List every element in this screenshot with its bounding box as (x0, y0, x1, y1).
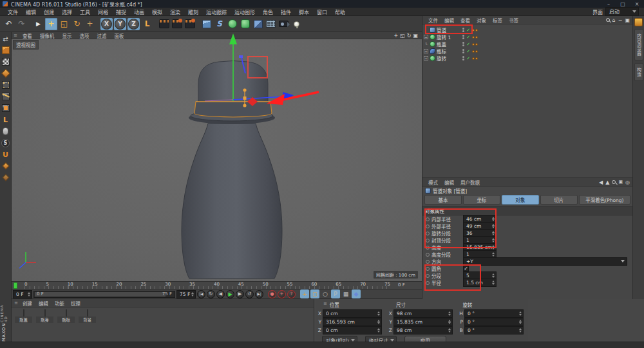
tab-basic[interactable]: 基本 (424, 195, 462, 205)
spline-pen-icon[interactable]: S (213, 18, 225, 30)
timeline-ruler[interactable]: 051015202530354045505560657075 0 F (12, 281, 422, 289)
subdivision-surface-icon[interactable] (226, 18, 238, 30)
rotation-field[interactable]: 0 ° (464, 309, 524, 318)
add-primitive-cube-icon[interactable] (200, 18, 213, 30)
bottle-model[interactable] (12, 32, 422, 281)
workplane-mode-icon[interactable] (1, 68, 11, 78)
object-row-lathe[interactable]: + 旋转 ✓ (422, 55, 632, 62)
object-row-lathe1[interactable]: + 旋转 1 ✓ (422, 33, 632, 41)
modifiers-icon[interactable] (252, 18, 264, 30)
material-grip-icon[interactable]: ≡ (14, 300, 18, 306)
key-circle-icon[interactable] (426, 267, 430, 271)
position-field[interactable]: 316.593 cm (323, 318, 382, 326)
live-selection-icon[interactable]: ▶ (32, 18, 44, 30)
tab-slice[interactable]: 切片 (540, 195, 578, 205)
object-axis-icon[interactable]: L (1, 114, 11, 125)
camera-icon[interactable] (278, 18, 290, 30)
workplane-snap-icon[interactable] (1, 161, 11, 171)
dock-tab-content-browser[interactable]: 内容浏览器 (634, 29, 643, 60)
menu-item[interactable]: 运动图形 (231, 8, 259, 15)
panel-icon[interactable]: ▣ (625, 17, 630, 23)
goto-end-button[interactable]: ▶| (255, 290, 263, 298)
menu-item[interactable]: 窗口 (313, 8, 331, 15)
menu-item[interactable]: 脚本 (295, 8, 313, 15)
key-circle-icon[interactable] (426, 260, 430, 264)
home-icon[interactable]: ⌂ (612, 17, 616, 23)
menu-item[interactable]: 编辑 (22, 8, 40, 15)
object-name[interactable]: 管道 (437, 26, 446, 33)
key-circle-icon[interactable] (426, 281, 430, 285)
object-name[interactable]: 瓶标 (437, 48, 446, 55)
expander-icon[interactable]: + (424, 35, 428, 39)
undo-icon[interactable]: ↶ (3, 18, 15, 30)
attribute-menu-item[interactable]: 模式 (425, 179, 441, 186)
rotation-field[interactable]: 0 ° (464, 326, 524, 334)
menu-item[interactable]: 雕刻 (184, 8, 202, 15)
menu-item[interactable]: 捕捉 (112, 8, 130, 15)
material-menu-item[interactable]: 功能 (52, 300, 68, 307)
rotation-field[interactable]: 0 ° (464, 318, 524, 326)
material-sphere-label[interactable] (66, 309, 67, 316)
size-field[interactable]: 98 cm (393, 326, 453, 334)
menu-item[interactable]: 动画 (130, 8, 148, 15)
texture-mode-icon[interactable] (1, 57, 11, 67)
render-settings-icon[interactable] (184, 18, 196, 30)
lock-icon[interactable]: ▣ (618, 179, 623, 185)
visibility-dots[interactable] (462, 28, 464, 32)
material-label[interactable]: 瓶标 (57, 310, 75, 323)
material-body[interactable]: 瓶身 (36, 310, 53, 323)
menu-item[interactable]: 网格 (94, 8, 112, 15)
tag-dots[interactable] (472, 29, 478, 32)
quantize-icon[interactable] (1, 172, 11, 183)
material-sphere-white[interactable] (44, 309, 46, 316)
object-manager-menu-item[interactable]: 编辑 (441, 17, 457, 24)
render-region-icon[interactable] (171, 18, 183, 30)
collapse-icon[interactable]: − (618, 17, 623, 23)
target-icon[interactable]: ◎ (625, 179, 630, 185)
search-icon[interactable] (612, 180, 616, 184)
menu-item[interactable]: 帮助 (331, 8, 349, 15)
tab-coordinates[interactable]: 坐标 (463, 195, 500, 205)
keyframe-presets-icon[interactable]: ◆ (352, 289, 361, 298)
generators-icon[interactable] (239, 18, 251, 30)
menu-item[interactable]: 选择 (58, 8, 76, 15)
fillet-checkbox[interactable]: ✓ (463, 266, 469, 271)
snap-icon[interactable]: S (1, 138, 11, 148)
axis-x-button[interactable]: X (100, 18, 113, 30)
toggle-rotation-icon[interactable]: ○ (321, 289, 330, 298)
next-frame-button[interactable]: ▶ (236, 290, 244, 298)
object-name[interactable]: 旋转 (437, 55, 446, 62)
enabled-check-icon[interactable]: ✓ (466, 28, 470, 33)
key-circle-icon[interactable] (426, 232, 430, 235)
key-circle-icon[interactable] (426, 253, 430, 257)
perspective-viewport[interactable]: ≡ 查看摄像机显示选项过滤面板 + ◱ ↻ ▣ 透视视图 (12, 32, 422, 281)
scale-tool-icon[interactable]: ◱ (58, 18, 70, 30)
position-field[interactable]: 0 cm (323, 326, 382, 334)
floor-icon[interactable] (265, 18, 277, 30)
menu-item[interactable]: 插件 (277, 8, 295, 15)
layout-select[interactable]: 启动 (605, 7, 639, 16)
tab-object[interactable]: 对象 (502, 195, 539, 205)
search-icon[interactable] (606, 18, 610, 22)
timeline-playhead[interactable] (14, 282, 17, 289)
preview-range-slider[interactable]: 0 F 75 F (33, 291, 175, 298)
model-mode-icon[interactable] (1, 45, 11, 55)
object-manager-menu-item[interactable]: 书签 (506, 17, 522, 24)
range-end-field[interactable]: 75 F (176, 290, 196, 298)
history-up-icon[interactable]: ▲ (605, 179, 609, 185)
goto-start-button[interactable]: |◀ (197, 290, 205, 298)
object-manager-menu-item[interactable]: 标签 (489, 17, 506, 24)
menu-item[interactable]: 角色 (259, 8, 277, 15)
attribute-menu-item[interactable]: 编辑 (441, 179, 457, 186)
history-back-icon[interactable]: ◀ (599, 179, 603, 185)
polygons-mode-icon[interactable] (1, 103, 11, 113)
object-name[interactable]: 瓶盖 (437, 41, 446, 48)
content-browser-icon[interactable] (634, 18, 643, 26)
menu-item[interactable]: 文件 (4, 8, 22, 15)
menu-item[interactable]: 渲染 (166, 8, 184, 15)
object-manager-menu-item[interactable]: 文件 (425, 17, 441, 24)
axis-y-button[interactable]: Y (114, 18, 126, 30)
object-manager-menu-item[interactable]: 对象 (473, 17, 489, 24)
magnet-icon[interactable]: U (1, 149, 11, 160)
autokey-button[interactable]: + (278, 290, 286, 298)
